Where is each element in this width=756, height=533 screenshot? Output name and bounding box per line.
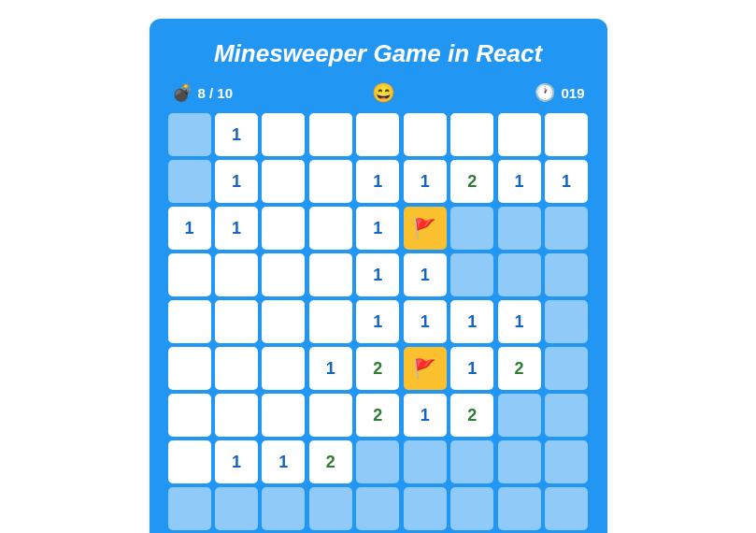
cell-6-6[interactable]: 2	[450, 394, 493, 437]
cell-1-1[interactable]: 1	[215, 160, 258, 203]
cell-2-1[interactable]: 1	[215, 207, 258, 250]
cell-4-3[interactable]	[309, 300, 352, 343]
cell-8-6[interactable]	[450, 487, 493, 530]
cell-7-8[interactable]	[545, 440, 588, 483]
cell-4-4[interactable]: 1	[356, 300, 399, 343]
cell-3-2[interactable]	[262, 253, 305, 296]
cell-4-6[interactable]: 1	[450, 300, 493, 343]
cell-4-5[interactable]: 1	[404, 300, 447, 343]
cell-0-0[interactable]	[168, 113, 211, 156]
cell-7-0[interactable]	[168, 440, 211, 483]
cell-2-0[interactable]: 1	[168, 207, 211, 250]
cell-5-7[interactable]: 2	[498, 347, 541, 390]
cell-2-6[interactable]	[450, 207, 493, 250]
cell-7-7[interactable]	[498, 440, 541, 483]
game-board: 1111211111🚩11111112🚩12212112	[168, 113, 589, 530]
cell-5-1[interactable]	[215, 347, 258, 390]
cell-8-2[interactable]	[262, 487, 305, 530]
cell-0-1[interactable]: 1	[215, 113, 258, 156]
cell-3-3[interactable]	[309, 253, 352, 296]
cell-8-8[interactable]	[545, 487, 588, 530]
cell-2-2[interactable]	[262, 207, 305, 250]
cell-4-8[interactable]	[545, 300, 588, 343]
cell-4-1[interactable]	[215, 300, 258, 343]
cell-0-6[interactable]	[450, 113, 493, 156]
timer-value: 019	[561, 85, 584, 101]
cell-3-6[interactable]	[450, 253, 493, 296]
cell-7-1[interactable]: 1	[215, 440, 258, 483]
cell-7-5[interactable]	[404, 440, 447, 483]
cell-1-0[interactable]	[168, 160, 211, 203]
cell-3-1[interactable]	[215, 253, 258, 296]
cell-1-8[interactable]: 1	[545, 160, 588, 203]
timer: 🕐 019	[535, 84, 584, 101]
cell-1-2[interactable]	[262, 160, 305, 203]
mines-remaining: 💣 8 / 10	[172, 84, 234, 101]
cell-8-7[interactable]	[498, 487, 541, 530]
cell-3-0[interactable]	[168, 253, 211, 296]
cell-6-5[interactable]: 1	[404, 394, 447, 437]
page-title: Minesweeper Game in React	[168, 39, 589, 68]
minesweeper-game: Minesweeper Game in React 💣 8 / 10 😄 🕐 0…	[150, 19, 607, 533]
cell-4-2[interactable]	[262, 300, 305, 343]
cell-5-0[interactable]	[168, 347, 211, 390]
cell-0-8[interactable]	[545, 113, 588, 156]
cell-8-3[interactable]	[309, 487, 352, 530]
cell-1-4[interactable]: 1	[356, 160, 399, 203]
cell-3-8[interactable]	[545, 253, 588, 296]
cell-0-4[interactable]	[356, 113, 399, 156]
cell-5-3[interactable]: 1	[309, 347, 352, 390]
cell-2-7[interactable]	[498, 207, 541, 250]
cell-2-3[interactable]	[309, 207, 352, 250]
cell-6-4[interactable]: 2	[356, 394, 399, 437]
cell-6-0[interactable]	[168, 394, 211, 437]
status-bar: 💣 8 / 10 😄 🕐 019	[168, 81, 589, 113]
cell-6-2[interactable]	[262, 394, 305, 437]
bomb-icon: 💣	[172, 84, 193, 101]
cell-5-4[interactable]: 2	[356, 347, 399, 390]
cell-7-3[interactable]: 2	[309, 440, 352, 483]
cell-0-7[interactable]	[498, 113, 541, 156]
cell-8-0[interactable]	[168, 487, 211, 530]
cell-4-0[interactable]	[168, 300, 211, 343]
cell-5-2[interactable]	[262, 347, 305, 390]
cell-6-1[interactable]	[215, 394, 258, 437]
cell-8-4[interactable]	[356, 487, 399, 530]
cell-6-3[interactable]	[309, 394, 352, 437]
cell-0-2[interactable]	[262, 113, 305, 156]
cell-6-7[interactable]	[498, 394, 541, 437]
cell-4-7[interactable]: 1	[498, 300, 541, 343]
cell-5-8[interactable]	[545, 347, 588, 390]
face-icon: 😄	[372, 82, 395, 103]
cell-0-5[interactable]	[404, 113, 447, 156]
cell-7-4[interactable]	[356, 440, 399, 483]
cell-6-8[interactable]	[545, 394, 588, 437]
cell-2-5[interactable]: 🚩	[404, 207, 447, 250]
cell-2-4[interactable]: 1	[356, 207, 399, 250]
cell-2-8[interactable]	[545, 207, 588, 250]
cell-7-6[interactable]	[450, 440, 493, 483]
cell-1-5[interactable]: 1	[404, 160, 447, 203]
cell-1-6[interactable]: 2	[450, 160, 493, 203]
clock-icon: 🕐	[535, 84, 555, 101]
cell-5-6[interactable]: 1	[450, 347, 493, 390]
cell-8-1[interactable]	[215, 487, 258, 530]
cell-0-3[interactable]	[309, 113, 352, 156]
cell-3-4[interactable]: 1	[356, 253, 399, 296]
cell-3-5[interactable]: 1	[404, 253, 447, 296]
cell-8-5[interactable]	[404, 487, 447, 530]
cell-5-5[interactable]: 🚩	[404, 347, 447, 390]
cell-1-3[interactable]	[309, 160, 352, 203]
cell-1-7[interactable]: 1	[498, 160, 541, 203]
flags-count: 8 / 10	[198, 85, 234, 101]
cell-3-7[interactable]	[498, 253, 541, 296]
cell-7-2[interactable]: 1	[262, 440, 305, 483]
reset-button[interactable]: 😄	[372, 81, 395, 104]
